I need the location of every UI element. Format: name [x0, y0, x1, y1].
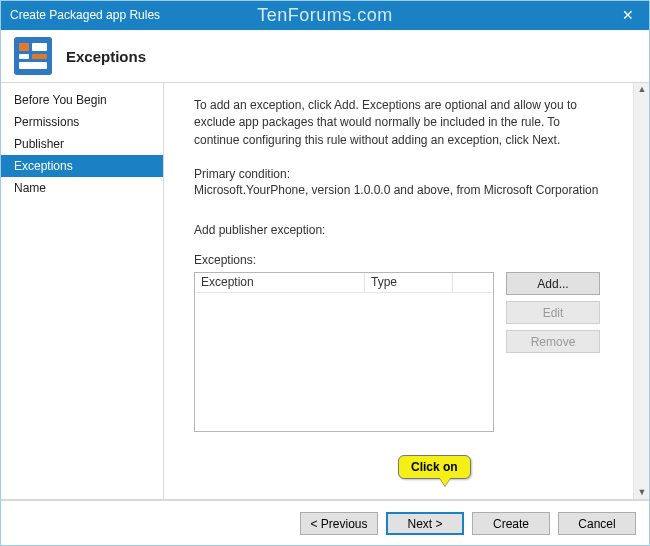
wizard-main: To add an exception, click Add. Exceptio…	[164, 83, 650, 499]
svg-rect-4	[32, 54, 47, 59]
svg-rect-3	[19, 54, 29, 59]
exceptions-label: Exceptions:	[194, 253, 623, 267]
next-button[interactable]: Next >	[386, 512, 464, 535]
primary-condition-label: Primary condition:	[194, 167, 623, 181]
column-header-type[interactable]: Type	[365, 273, 453, 292]
sidebar-item-label: Publisher	[14, 137, 64, 151]
wizard-footer: < Previous Next > Create Cancel	[0, 500, 650, 546]
column-header-spacer	[453, 273, 493, 292]
sidebar-item-label: Permissions	[14, 115, 79, 129]
description-text: To add an exception, click Add. Exceptio…	[194, 97, 594, 149]
cancel-button[interactable]: Cancel	[558, 512, 636, 535]
window-title: Create Packaged app Rules	[10, 8, 160, 22]
page-title: Exceptions	[66, 48, 146, 65]
scroll-down-icon[interactable]: ▼	[638, 488, 647, 497]
app-rules-icon	[14, 37, 52, 75]
sidebar-item-before-you-begin[interactable]: Before You Begin	[0, 89, 163, 111]
sidebar-item-name[interactable]: Name	[0, 177, 163, 199]
close-icon: ✕	[622, 7, 634, 23]
vertical-scrollbar[interactable]: ▲ ▼	[633, 83, 650, 499]
main-panel: To add an exception, click Add. Exceptio…	[164, 83, 633, 499]
exceptions-listbox[interactable]: Exception Type	[194, 272, 494, 432]
list-header: Exception Type	[195, 273, 493, 293]
sidebar-item-label: Name	[14, 181, 46, 195]
add-button[interactable]: Add...	[506, 272, 600, 295]
close-button[interactable]: ✕	[606, 0, 650, 30]
column-header-exception[interactable]: Exception	[195, 273, 365, 292]
sidebar-item-publisher[interactable]: Publisher	[0, 133, 163, 155]
button-label: Add...	[537, 277, 568, 291]
sidebar-item-label: Before You Begin	[14, 93, 107, 107]
previous-button[interactable]: < Previous	[300, 512, 378, 535]
sidebar-item-permissions[interactable]: Permissions	[0, 111, 163, 133]
button-label: Cancel	[578, 517, 615, 531]
button-label: < Previous	[310, 517, 367, 531]
remove-button: Remove	[506, 330, 600, 353]
svg-rect-2	[32, 43, 47, 51]
titlebar: Create Packaged app Rules TenForums.com …	[0, 0, 650, 30]
create-button[interactable]: Create	[472, 512, 550, 535]
svg-rect-5	[19, 62, 47, 69]
button-label: Next >	[407, 517, 442, 531]
scroll-up-icon[interactable]: ▲	[638, 85, 647, 94]
wizard-content: Before You Begin Permissions Publisher E…	[0, 83, 650, 499]
wizard-header: Exceptions	[0, 30, 650, 82]
exception-button-stack: Add... Edit Remove	[506, 272, 600, 353]
watermark: TenForums.com	[257, 5, 393, 26]
exceptions-area: Exception Type Add... Edit Remove	[194, 272, 623, 432]
wizard-sidebar: Before You Begin Permissions Publisher E…	[0, 83, 164, 499]
add-exception-label: Add publisher exception:	[194, 223, 623, 237]
svg-rect-1	[19, 43, 29, 51]
button-label: Create	[493, 517, 529, 531]
sidebar-item-label: Exceptions	[14, 159, 73, 173]
primary-condition-value: Microsoft.YourPhone, version 1.0.0.0 and…	[194, 183, 623, 197]
button-label: Edit	[543, 306, 564, 320]
sidebar-item-exceptions[interactable]: Exceptions	[0, 155, 163, 177]
button-label: Remove	[531, 335, 576, 349]
edit-button: Edit	[506, 301, 600, 324]
